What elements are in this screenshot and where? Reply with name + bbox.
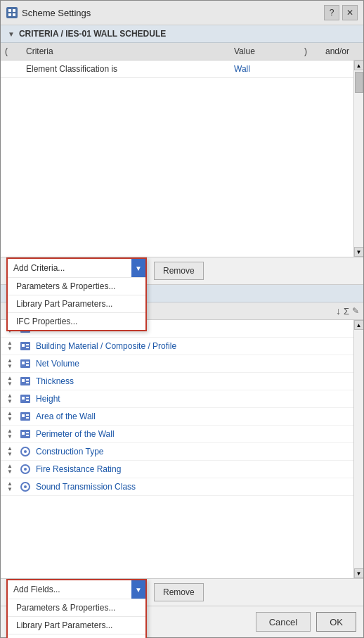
move-handle[interactable]: ▲▼ [5,393,15,404]
table-row[interactable]: Element Classification is Wall [1,60,363,78]
col-criteria: Criteria [22,45,230,58]
fields-scrollbar[interactable]: ▲ ▼ [353,320,363,578]
list-item[interactable]: ▲▼ Perimeter of the Wall ↓ [1,426,363,443]
list-item[interactable]: ▲▼ Sound Transmission Class ↓ [1,478,363,496]
svg-rect-23 [26,400,29,401]
list-item[interactable]: ▲▼ Fire Resistance Rating ↓ [1,461,363,478]
move-handle[interactable]: ▲▼ [5,446,15,457]
criteria-dropdown-menu: Add Criteria... ▼ Parameters & Propertie… [6,257,147,331]
svg-rect-14 [26,362,29,363]
criteria-table-header: ( Criteria Value ) and/or [1,43,363,60]
svg-point-37 [24,485,27,488]
field-icon-tag [19,463,32,476]
add-fields-arrow[interactable]: ▼ [131,580,145,599]
field-icon-box [19,340,32,352]
svg-rect-3 [13,13,15,16]
list-item[interactable]: ▲▼ Area of the Wall ↓ [1,408,363,426]
svg-rect-17 [22,379,25,382]
move-handle[interactable]: ▲▼ [5,481,15,492]
sigma-icon: Σ [344,306,349,317]
fields-parameters-properties-item[interactable]: Parameters & Properties... [8,599,145,616]
row-criteria: Element Classification is [22,63,230,75]
col-value: Value [230,45,300,58]
svg-rect-30 [26,432,29,433]
field-icon-box [19,393,32,405]
close-button[interactable]: ✕ [342,5,358,20]
criteria-library-part-item[interactable]: Library Part Parameters... [8,295,145,312]
scheme-settings-window: Scheme Settings ? ✕ ▼ CRITERIA / IES-01 … [0,0,364,638]
svg-rect-21 [22,397,25,400]
fields-toolbar: Add Fields... ▼ Parameters & Properties.… [1,579,363,606]
criteria-scrollbar[interactable]: ▲ ▼ [353,60,363,257]
svg-rect-15 [26,364,29,366]
fields-scroll-up[interactable]: ▲ [354,320,364,330]
fields-library-part-item[interactable]: Library Part Parameters... [8,616,145,634]
svg-rect-13 [22,362,25,364]
list-item[interactable]: ▲▼ Thickness ↓ [1,373,363,390]
svg-rect-9 [22,344,25,347]
add-criteria-button[interactable]: Add Criteria... ▼ [8,259,145,277]
row-open-paren [1,68,22,70]
col-and-or: and/or [321,45,363,58]
move-handle[interactable]: ▲▼ [5,464,15,475]
fields-scroll-down[interactable]: ▼ [354,568,364,578]
add-criteria-arrow[interactable]: ▼ [131,259,145,277]
svg-rect-0 [8,9,11,12]
field-name-construction-type: Construction Type [36,447,351,457]
add-fields-label: Add Fields... [8,585,131,594]
col-close-paren: ) [300,45,321,58]
svg-point-33 [24,450,27,453]
scroll-up-arrow[interactable]: ▲ [354,60,364,70]
svg-point-35 [24,468,27,471]
move-handle[interactable]: ▲▼ [5,358,15,369]
col-open-paren: ( [1,45,22,58]
add-criteria-label: Add Criteria... [8,263,131,273]
field-icon-tag [19,445,32,458]
svg-rect-19 [26,382,29,383]
field-icon-box [19,357,32,370]
criteria-scroll-area: Element Classification is Wall ▲ ▼ [1,60,363,257]
field-icon-box [19,410,32,423]
criteria-parameters-properties-item[interactable]: Parameters & Properties... [8,277,145,295]
move-handle[interactable]: ▲▼ [5,411,15,422]
field-name-fire-resistance: Fire Resistance Rating [36,464,351,474]
title-bar: Scheme Settings ? ✕ [1,1,363,25]
ok-button[interactable]: OK [316,612,356,632]
criteria-ifc-properties-item[interactable]: IFC Properties... [8,312,145,330]
svg-rect-1 [13,9,15,12]
move-handle[interactable]: ▲▼ [5,340,15,352]
row-value: Wall [230,63,300,75]
list-item[interactable]: ▲▼ Building Material / Composite / Profi… [1,338,363,355]
list-item[interactable]: ▲▼ Height ↓ [1,390,363,408]
list-item[interactable]: ▲▼ Net Volume ↓ [1,355,363,373]
fields-scroll-area: ▲▼ Full Element ID ↓ ▲▼ Building Materia… [1,320,363,579]
list-item[interactable]: ▲▼ Construction Type ↓ [1,443,363,461]
svg-rect-26 [26,414,29,416]
row-close-paren [300,68,321,70]
svg-rect-2 [8,13,11,16]
collapse-triangle[interactable]: ▼ [8,30,15,38]
svg-rect-22 [26,397,29,398]
cancel-button[interactable]: Cancel [256,612,311,632]
svg-rect-25 [22,414,25,417]
svg-rect-31 [26,435,29,436]
criteria-remove-button[interactable]: Remove [154,262,204,280]
move-handle[interactable]: ▲▼ [5,376,15,387]
field-icon-box [19,428,32,440]
fields-ifc-properties-item[interactable]: IFC Properties... [8,634,145,638]
field-name-building-material: Building Material / Composite / Profile [36,341,351,351]
field-name-area: Area of the Wall [36,411,351,421]
field-icon-tag [19,480,32,493]
field-name-height: Height [36,394,351,404]
scroll-thumb[interactable] [355,72,363,93]
criteria-toolbar: Add Criteria... ▼ Parameters & Propertie… [1,257,363,285]
move-handle[interactable]: ▲▼ [5,428,15,440]
help-button[interactable]: ? [324,5,339,20]
scroll-down-arrow[interactable]: ▼ [354,247,364,257]
field-name-sound-transmission: Sound Transmission Class [36,482,351,492]
add-fields-button[interactable]: Add Fields... ▼ [8,580,145,599]
svg-rect-10 [26,344,29,345]
svg-rect-27 [26,417,29,419]
fields-remove-button[interactable]: Remove [154,583,204,601]
field-name-thickness: Thickness [36,376,351,386]
